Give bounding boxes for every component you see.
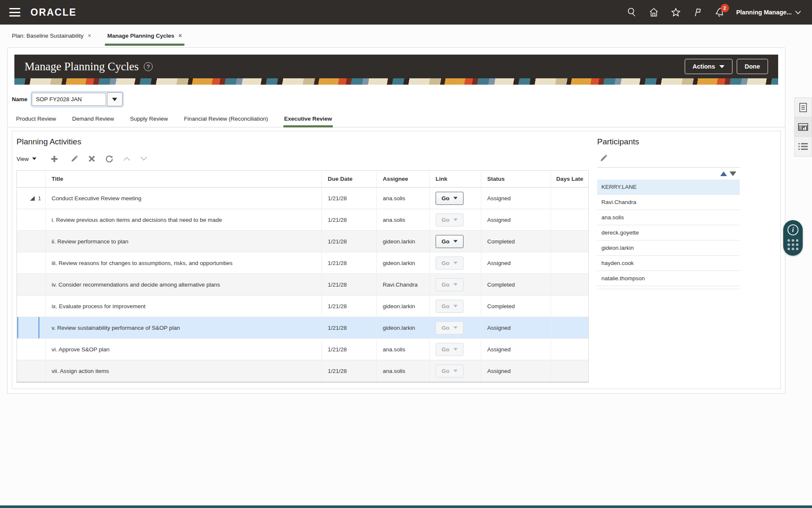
due-date-cell: 1/21/28 xyxy=(322,209,377,230)
go-button-label: Go xyxy=(442,282,450,288)
link-cell: Go xyxy=(430,339,481,360)
sort-descending-icon[interactable] xyxy=(730,171,736,176)
review-tab-supply-review[interactable]: Supply Review xyxy=(129,113,169,127)
status-cell: Assigned xyxy=(481,360,551,381)
participant-item[interactable]: dereck.goyette xyxy=(597,225,740,240)
column-header-assignee[interactable]: Assignee xyxy=(377,171,430,187)
help-icon[interactable]: ? xyxy=(144,62,153,71)
go-dropdown-arrow-icon xyxy=(453,305,458,307)
delete-activity-button[interactable] xyxy=(88,155,95,162)
plan-cycle-dropdown-button[interactable] xyxy=(107,92,123,106)
activity-row[interactable]: iv. Consider recommendations and decide … xyxy=(17,274,588,295)
activity-row[interactable]: v. Review sustainability performance of … xyxy=(17,317,588,339)
close-tab-icon[interactable]: × xyxy=(178,33,182,39)
activity-row[interactable]: ix. Evaluate process for improvement1/21… xyxy=(17,295,588,317)
chevron-down-icon xyxy=(795,11,801,14)
go-button: Go xyxy=(436,213,464,226)
notifications-bell-icon[interactable]: 2 xyxy=(714,7,725,18)
chevron-down-icon xyxy=(719,65,724,68)
status-cell: Completed xyxy=(481,231,551,252)
hamburger-menu-icon[interactable] xyxy=(9,8,20,17)
due-date-cell: 1/21/28 xyxy=(322,360,377,381)
go-button: Go xyxy=(436,343,464,356)
view-menu-button[interactable]: View xyxy=(16,156,36,162)
page-tab-1[interactable]: Plan: Baseline Sustainability× xyxy=(9,25,94,47)
column-header-link[interactable]: Link xyxy=(430,171,481,187)
go-button: Go xyxy=(436,300,464,313)
edit-activity-button[interactable] xyxy=(71,155,78,163)
participant-item[interactable]: hayden.cook xyxy=(597,256,740,271)
status-cell: Assigned xyxy=(481,188,551,209)
review-tab-product-review[interactable]: Product Review xyxy=(15,113,57,127)
due-date-cell: 1/21/28 xyxy=(322,295,377,317)
column-header-days-late[interactable]: Days Late xyxy=(551,171,589,187)
status-cell: Assigned xyxy=(481,339,551,360)
activity-title-cell: ix. Evaluate process for improvement xyxy=(46,295,322,317)
column-header-due-date[interactable]: Due Date xyxy=(322,171,377,187)
go-dropdown-arrow-icon xyxy=(453,218,458,221)
list-view-icon[interactable] xyxy=(795,137,812,156)
flag-icon[interactable] xyxy=(692,7,703,18)
go-button[interactable]: Go xyxy=(436,235,464,248)
home-icon[interactable] xyxy=(648,7,659,18)
user-menu[interactable]: Planning Manage... xyxy=(736,9,801,16)
done-button[interactable]: Done xyxy=(737,59,768,74)
go-button: Go xyxy=(436,278,464,291)
go-button-label: Go xyxy=(442,238,450,245)
row-header-cell xyxy=(17,339,46,360)
participant-item[interactable]: gideon.larkin xyxy=(597,240,740,256)
activity-row[interactable]: ii. Review performance to plan1/21/28gid… xyxy=(17,231,588,252)
assistant-dock: i xyxy=(783,220,803,256)
plan-cycle-name-input[interactable] xyxy=(32,93,106,106)
days-late-cell xyxy=(551,295,589,317)
refresh-button[interactable] xyxy=(105,155,113,163)
participant-item[interactable]: natalie.thompson xyxy=(597,271,740,286)
participants-title: Participants xyxy=(597,137,740,146)
page-tab-2[interactable]: Manage Planning Cycles× xyxy=(105,25,184,47)
column-header-status[interactable]: Status xyxy=(481,171,551,187)
edit-participants-button[interactable] xyxy=(597,154,740,162)
link-cell: Go xyxy=(430,295,481,317)
planning-activities-table: Title Due Date Assignee Link Status Days… xyxy=(16,170,589,383)
planning-activities-section: Planning Activities View xyxy=(12,131,593,389)
sort-ascending-icon[interactable] xyxy=(720,171,727,176)
row-header-cell xyxy=(17,252,46,273)
document-view-icon[interactable] xyxy=(795,98,812,117)
info-icon[interactable]: i xyxy=(787,224,798,235)
participant-item[interactable]: ana.solis xyxy=(597,210,740,225)
app-grid-icon[interactable] xyxy=(787,239,798,250)
participant-item[interactable]: Ravi.Chandra xyxy=(597,195,740,210)
activity-row[interactable]: 1Conduct Executive Review meeting1/21/28… xyxy=(17,188,588,209)
due-date-cell: 1/21/28 xyxy=(322,231,377,252)
add-activity-button[interactable] xyxy=(51,155,60,163)
days-late-cell xyxy=(551,274,589,295)
activity-row[interactable]: iii. Review reasons for changes to assum… xyxy=(17,252,588,274)
search-icon[interactable] xyxy=(626,7,637,18)
go-button: Go xyxy=(436,364,464,378)
go-button[interactable]: Go xyxy=(436,192,464,205)
activity-row[interactable]: vii. Assign action items1/21/28ana.solis… xyxy=(17,360,588,382)
page-title: Manage Planning Cycles xyxy=(25,60,139,73)
row-header-cell xyxy=(17,274,46,295)
review-tab-financial-review-reconciliation[interactable]: Financial Review (Reconciliation) xyxy=(183,113,269,127)
due-date-cell: 1/21/28 xyxy=(322,274,377,295)
activity-row[interactable]: vi. Approve S&OP plan1/21/28ana.solisGoA… xyxy=(17,339,588,360)
review-tab-demand-review[interactable]: Demand Review xyxy=(71,113,115,127)
activity-title-cell: iii. Review reasons for changes to assum… xyxy=(46,252,322,273)
actions-button[interactable]: Actions xyxy=(685,59,732,74)
favorites-star-icon[interactable] xyxy=(670,7,681,18)
name-field-label: Name xyxy=(12,96,27,102)
go-button-label: Go xyxy=(442,325,450,331)
activity-row[interactable]: i. Review previous action items and deci… xyxy=(17,209,588,231)
chevron-down-icon xyxy=(32,157,36,160)
column-header-title[interactable]: Title xyxy=(46,171,322,187)
activity-title-cell: i. Review previous action items and deci… xyxy=(46,209,322,230)
dashboard-view-icon[interactable] xyxy=(795,117,812,137)
row-selection-focus-box xyxy=(17,317,39,338)
notification-count-badge: 2 xyxy=(721,4,729,12)
expand-node-icon[interactable] xyxy=(30,196,35,201)
close-tab-icon[interactable]: × xyxy=(88,33,91,39)
go-button-label: Go xyxy=(442,217,450,223)
participant-item[interactable]: KERRY.LANE xyxy=(597,179,740,195)
review-tab-executive-review[interactable]: Executive Review xyxy=(283,113,333,127)
